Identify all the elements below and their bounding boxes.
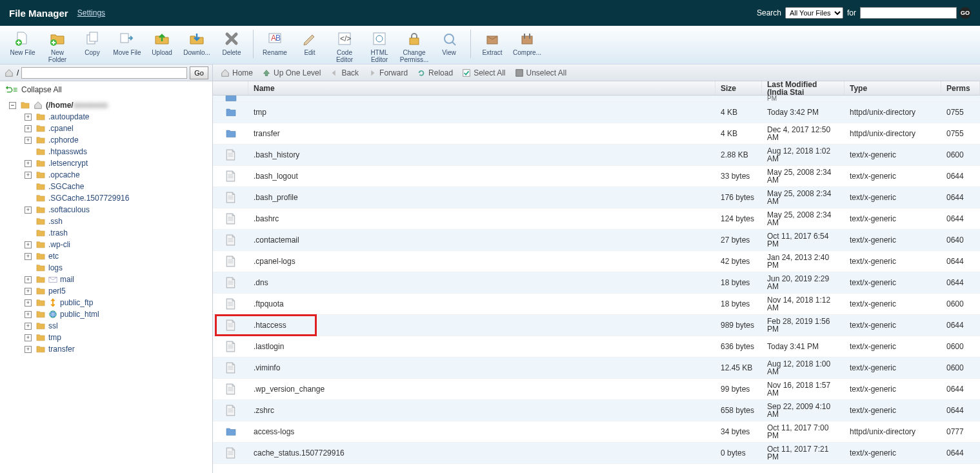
compress-icon xyxy=(518,30,536,48)
tree-item-label: .ssh xyxy=(48,217,63,226)
nav-forward[interactable]: Forward xyxy=(365,68,410,77)
tree-item[interactable]: +.wp-cli xyxy=(25,239,210,250)
nav-home[interactable]: Home xyxy=(218,68,255,77)
path-input[interactable] xyxy=(21,67,187,79)
expand-toggle[interactable]: + xyxy=(25,172,32,179)
table-row[interactable]: PM xyxy=(213,96,980,102)
th-icon[interactable] xyxy=(213,81,248,95)
settings-link[interactable]: Settings xyxy=(77,8,105,17)
tree-item[interactable]: +etc xyxy=(25,250,210,262)
tree-item[interactable]: +public_html xyxy=(25,308,210,320)
expand-toggle[interactable]: + xyxy=(25,125,32,132)
tree-item[interactable]: +public_ftp xyxy=(25,297,210,308)
expand-toggle[interactable]: + xyxy=(25,311,32,318)
expand-toggle[interactable]: + xyxy=(25,253,32,260)
tool-html-editor[interactable]: HTMLEditor xyxy=(362,30,397,63)
th-size[interactable]: Size xyxy=(715,81,762,95)
table-row[interactable]: .contactemail27 bytesOct 11, 2017 6:54 P… xyxy=(213,230,980,251)
tool-extract[interactable]: Extract xyxy=(475,30,510,56)
tree-item[interactable]: +ssl xyxy=(25,320,210,332)
tool-download[interactable]: Downlo... xyxy=(179,30,214,56)
expand-toggle[interactable]: − xyxy=(9,102,16,109)
nav-reload[interactable]: Reload xyxy=(414,68,455,77)
tree-item[interactable]: +.letsencrypt xyxy=(25,157,210,169)
tree-item[interactable]: +.cpanel xyxy=(25,123,210,134)
table-row[interactable]: .wp_version_change99 bytesNov 16, 2018 1… xyxy=(213,379,980,400)
expand-toggle[interactable]: + xyxy=(25,299,32,307)
table-row[interactable]: cache_status.15077299160 bytesOct 11, 20… xyxy=(213,443,980,464)
cell-type: text/x-generic xyxy=(845,145,941,165)
expand-toggle[interactable]: + xyxy=(25,160,32,167)
table-row[interactable]: .zshrc658 bytesSep 22, 2009 4:10 AMtext/… xyxy=(213,400,980,421)
expand-toggle[interactable]: + xyxy=(25,288,32,295)
tree-item[interactable]: +.SGCache.1507729916 xyxy=(25,192,210,204)
table-row[interactable]: .bashrc124 bytesMay 25, 2008 2:34 AMtext… xyxy=(213,208,980,230)
table-row[interactable]: tmp4 KBToday 3:42 PMhttpd/unix-directory… xyxy=(213,102,980,123)
expand-toggle[interactable]: + xyxy=(25,323,32,330)
tree-item[interactable]: +.autoupdate xyxy=(25,111,210,123)
table-row[interactable]: .lastlogin636 bytesToday 3:41 PMtext/x-g… xyxy=(213,336,980,357)
expand-toggle[interactable]: + xyxy=(25,137,32,144)
tool-delete[interactable]: Delete xyxy=(214,30,249,56)
table-row[interactable]: .bash_history2.88 KBAug 12, 2018 1:02 AM… xyxy=(213,145,980,166)
search-input[interactable] xyxy=(860,7,957,19)
table-row[interactable]: .htaccess989 bytesFeb 28, 2019 1:56 PMte… xyxy=(213,315,980,336)
expand-toggle[interactable]: + xyxy=(25,114,32,121)
tree-item[interactable]: +.SGCache xyxy=(25,181,210,192)
nav-up[interactable]: Up One Level xyxy=(259,68,323,77)
tree-item[interactable]: +.softaculous xyxy=(25,204,210,216)
table-row[interactable]: access-logs34 bytesOct 11, 2017 7:00 PMh… xyxy=(213,421,980,443)
tree-item[interactable]: +transfer xyxy=(25,343,210,355)
table-row[interactable]: transfer4 KBDec 4, 2017 12:50 AMhttpd/un… xyxy=(213,123,980,145)
tree-item[interactable]: +.htpasswds xyxy=(25,146,210,157)
tree-item[interactable]: +.cphorde xyxy=(25,134,210,146)
collapse-all-label: Collapse All xyxy=(21,85,62,94)
tree-item[interactable]: +perl5 xyxy=(25,285,210,297)
path-go-button[interactable]: Go xyxy=(190,66,208,79)
table-row[interactable]: .viminfo12.45 KBAug 12, 2018 1:00 AMtext… xyxy=(213,357,980,379)
tree-item[interactable]: +mail xyxy=(25,274,210,285)
cell-modified: Oct 11, 2017 7:21 PM xyxy=(762,443,845,463)
tool-new-folder[interactable]: NewFolder xyxy=(40,30,75,63)
tool-move[interactable]: Move File xyxy=(110,30,145,56)
search-go-button[interactable]: GO xyxy=(959,7,971,19)
expand-toggle[interactable]: + xyxy=(25,206,32,214)
th-perms[interactable]: Perms xyxy=(941,81,980,95)
tool-code-editor[interactable]: </>CodeEditor xyxy=(327,30,362,63)
tree-item-label: logs xyxy=(48,263,63,272)
tool-upload[interactable]: Upload xyxy=(145,30,179,56)
th-type[interactable]: Type xyxy=(845,81,941,95)
tree-item[interactable]: +tmp xyxy=(25,332,210,343)
tree-item[interactable]: +logs xyxy=(25,262,210,274)
tree-root[interactable]: − (/home/xxxxxxxx xyxy=(9,99,210,111)
table-row[interactable]: .dns18 bytesJun 20, 2019 2:29 AMtext/x-g… xyxy=(213,272,980,294)
nav-back[interactable]: Back xyxy=(327,68,361,77)
tool-copy[interactable]: Copy xyxy=(75,30,110,56)
th-name[interactable]: Name xyxy=(248,81,715,95)
expand-toggle[interactable]: + xyxy=(25,276,32,283)
tree-item[interactable]: +.ssh xyxy=(25,216,210,227)
th-modified[interactable]: Last Modified (India Stai xyxy=(762,81,845,95)
tool-edit[interactable]: Edit xyxy=(292,30,327,56)
tool-new-file[interactable]: New File xyxy=(5,30,40,56)
folder-icon xyxy=(35,124,46,133)
nav-unselect-all[interactable]: Unselect All xyxy=(512,68,570,77)
expand-toggle[interactable]: + xyxy=(25,346,32,353)
table-row[interactable]: .bash_profile176 bytesMay 25, 2008 2:34 … xyxy=(213,187,980,208)
search-scope-select[interactable]: All Your Files xyxy=(785,7,843,19)
tree-item[interactable]: +.trash xyxy=(25,227,210,239)
table-row[interactable]: .bash_logout33 bytesMay 25, 2008 2:34 AM… xyxy=(213,166,980,187)
table-row[interactable]: .ftpquota18 bytesNov 14, 2018 1:12 AMtex… xyxy=(213,294,980,315)
table-row[interactable]: .cpanel-logs42 bytesJan 24, 2013 2:40 PM… xyxy=(213,251,980,272)
tool-change-perms[interactable]: ChangePermiss... xyxy=(397,30,432,63)
tool-compress[interactable]: Compre... xyxy=(510,30,545,56)
cell-icon xyxy=(213,208,248,229)
expand-toggle[interactable]: + xyxy=(25,241,32,248)
home-icon[interactable] xyxy=(4,68,14,77)
collapse-all[interactable]: ⮌≡ Collapse All xyxy=(0,81,212,98)
expand-toggle[interactable]: + xyxy=(25,334,32,341)
nav-select-all[interactable]: Select All xyxy=(459,68,508,77)
tool-view[interactable]: View xyxy=(432,30,466,56)
tool-rename[interactable]: ABRename xyxy=(257,30,292,56)
tree-item[interactable]: +.opcache xyxy=(25,169,210,181)
